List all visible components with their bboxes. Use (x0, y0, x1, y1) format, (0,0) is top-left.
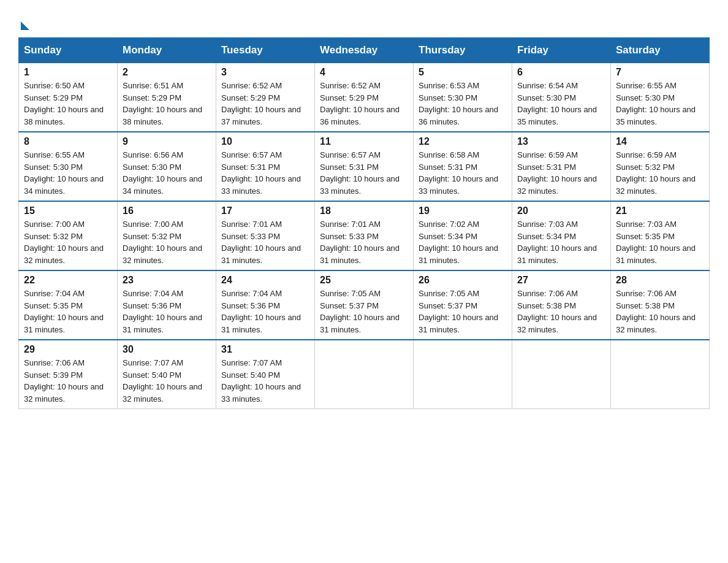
calendar-cell: 4Sunrise: 6:52 AMSunset: 5:29 PMDaylight… (315, 63, 414, 132)
day-info: Sunrise: 7:06 AMSunset: 5:38 PMDaylight:… (616, 288, 704, 335)
day-number: 20 (517, 205, 605, 216)
day-number: 13 (517, 136, 605, 147)
calendar-cell: 3Sunrise: 6:52 AMSunset: 5:29 PMDaylight… (216, 63, 315, 132)
calendar-cell (414, 340, 512, 409)
day-number: 24 (221, 275, 309, 286)
day-header-tuesday: Tuesday (216, 38, 315, 63)
calendar-week-row: 29Sunrise: 7:06 AMSunset: 5:39 PMDayligh… (19, 340, 710, 409)
calendar-cell: 31Sunrise: 7:07 AMSunset: 5:40 PMDayligh… (216, 340, 315, 409)
day-info: Sunrise: 6:52 AMSunset: 5:29 PMDaylight:… (221, 80, 309, 128)
day-number: 19 (419, 205, 507, 216)
day-number: 31 (221, 344, 309, 355)
day-info: Sunrise: 6:59 AMSunset: 5:32 PMDaylight:… (616, 149, 704, 197)
day-number: 22 (24, 275, 112, 286)
day-info: Sunrise: 6:50 AMSunset: 5:29 PMDaylight:… (24, 80, 112, 128)
day-number: 10 (221, 136, 309, 147)
calendar-week-row: 8Sunrise: 6:55 AMSunset: 5:30 PMDaylight… (19, 132, 710, 201)
calendar-cell: 12Sunrise: 6:58 AMSunset: 5:31 PMDayligh… (414, 132, 512, 201)
calendar-cell: 5Sunrise: 6:53 AMSunset: 5:30 PMDaylight… (414, 63, 512, 132)
calendar-table: SundayMondayTuesdayWednesdayThursdayFrid… (18, 37, 710, 409)
day-info: Sunrise: 7:00 AMSunset: 5:32 PMDaylight:… (24, 218, 112, 266)
calendar-week-row: 1Sunrise: 6:50 AMSunset: 5:29 PMDaylight… (19, 63, 710, 132)
calendar-cell: 14Sunrise: 6:59 AMSunset: 5:32 PMDayligh… (611, 132, 710, 201)
day-header-wednesday: Wednesday (315, 38, 414, 63)
day-info: Sunrise: 6:58 AMSunset: 5:31 PMDaylight:… (419, 149, 507, 197)
day-number: 9 (123, 136, 211, 147)
day-number: 16 (123, 205, 211, 216)
calendar-cell: 28Sunrise: 7:06 AMSunset: 5:38 PMDayligh… (611, 270, 710, 340)
calendar-cell: 18Sunrise: 7:01 AMSunset: 5:33 PMDayligh… (315, 201, 414, 270)
calendar-cell: 19Sunrise: 7:02 AMSunset: 5:34 PMDayligh… (414, 201, 512, 270)
day-number: 8 (24, 136, 112, 147)
calendar-cell: 24Sunrise: 7:04 AMSunset: 5:36 PMDayligh… (216, 270, 315, 340)
day-info: Sunrise: 7:05 AMSunset: 5:37 PMDaylight:… (419, 288, 507, 335)
calendar-cell: 26Sunrise: 7:05 AMSunset: 5:37 PMDayligh… (414, 270, 512, 340)
calendar-cell: 10Sunrise: 6:57 AMSunset: 5:31 PMDayligh… (216, 132, 315, 201)
day-header-thursday: Thursday (414, 38, 512, 63)
day-number: 27 (517, 275, 605, 286)
calendar-cell: 2Sunrise: 6:51 AMSunset: 5:29 PMDaylight… (118, 63, 216, 132)
calendar-cell: 21Sunrise: 7:03 AMSunset: 5:35 PMDayligh… (611, 201, 710, 270)
day-header-monday: Monday (118, 38, 216, 63)
day-number: 11 (320, 136, 408, 147)
calendar-week-row: 22Sunrise: 7:04 AMSunset: 5:35 PMDayligh… (19, 270, 710, 340)
day-number: 14 (616, 136, 704, 147)
day-number: 18 (320, 205, 408, 216)
calendar-cell: 9Sunrise: 6:56 AMSunset: 5:30 PMDaylight… (118, 132, 216, 201)
day-number: 6 (517, 67, 605, 78)
calendar-cell: 7Sunrise: 6:55 AMSunset: 5:30 PMDaylight… (611, 63, 710, 132)
day-info: Sunrise: 6:56 AMSunset: 5:30 PMDaylight:… (123, 149, 211, 197)
calendar-cell: 27Sunrise: 7:06 AMSunset: 5:38 PMDayligh… (512, 270, 611, 340)
calendar-cell: 25Sunrise: 7:05 AMSunset: 5:37 PMDayligh… (315, 270, 414, 340)
day-info: Sunrise: 7:05 AMSunset: 5:37 PMDaylight:… (320, 288, 408, 335)
day-header-sunday: Sunday (19, 38, 118, 63)
day-number: 15 (24, 205, 112, 216)
day-info: Sunrise: 7:02 AMSunset: 5:34 PMDaylight:… (419, 218, 507, 266)
calendar-cell: 1Sunrise: 6:50 AMSunset: 5:29 PMDaylight… (19, 63, 118, 132)
calendar-header-row: SundayMondayTuesdayWednesdayThursdayFrid… (19, 38, 710, 63)
day-number: 29 (24, 344, 112, 355)
calendar-cell: 23Sunrise: 7:04 AMSunset: 5:36 PMDayligh… (118, 270, 216, 340)
day-info: Sunrise: 6:51 AMSunset: 5:29 PMDaylight:… (123, 80, 211, 128)
day-info: Sunrise: 6:57 AMSunset: 5:31 PMDaylight:… (221, 149, 309, 197)
page-header (18, 12, 710, 28)
calendar-cell: 6Sunrise: 6:54 AMSunset: 5:30 PMDaylight… (512, 63, 611, 132)
day-info: Sunrise: 7:07 AMSunset: 5:40 PMDaylight:… (221, 357, 309, 405)
calendar-cell: 29Sunrise: 7:06 AMSunset: 5:39 PMDayligh… (19, 340, 118, 409)
day-number: 17 (221, 205, 309, 216)
day-info: Sunrise: 6:54 AMSunset: 5:30 PMDaylight:… (517, 80, 605, 128)
day-number: 28 (616, 275, 704, 286)
day-number: 4 (320, 67, 408, 78)
calendar-cell: 22Sunrise: 7:04 AMSunset: 5:35 PMDayligh… (19, 270, 118, 340)
day-number: 2 (123, 67, 211, 78)
logo-arrow-icon (21, 21, 29, 30)
day-header-friday: Friday (512, 38, 611, 63)
calendar-cell (611, 340, 710, 409)
day-info: Sunrise: 6:52 AMSunset: 5:29 PMDaylight:… (320, 80, 408, 128)
calendar-week-row: 15Sunrise: 7:00 AMSunset: 5:32 PMDayligh… (19, 201, 710, 270)
day-info: Sunrise: 7:00 AMSunset: 5:32 PMDaylight:… (123, 218, 211, 266)
day-info: Sunrise: 7:03 AMSunset: 5:35 PMDaylight:… (616, 218, 704, 266)
calendar-cell: 20Sunrise: 7:03 AMSunset: 5:34 PMDayligh… (512, 201, 611, 270)
calendar-cell: 11Sunrise: 6:57 AMSunset: 5:31 PMDayligh… (315, 132, 414, 201)
day-info: Sunrise: 7:01 AMSunset: 5:33 PMDaylight:… (221, 218, 309, 266)
day-number: 30 (123, 344, 211, 355)
day-info: Sunrise: 7:04 AMSunset: 5:36 PMDaylight:… (221, 288, 309, 335)
day-info: Sunrise: 7:06 AMSunset: 5:38 PMDaylight:… (517, 288, 605, 335)
day-number: 21 (616, 205, 704, 216)
calendar-cell: 13Sunrise: 6:59 AMSunset: 5:31 PMDayligh… (512, 132, 611, 201)
calendar-cell: 16Sunrise: 7:00 AMSunset: 5:32 PMDayligh… (118, 201, 216, 270)
day-number: 26 (419, 275, 507, 286)
day-info: Sunrise: 7:07 AMSunset: 5:40 PMDaylight:… (123, 357, 211, 405)
day-number: 5 (419, 67, 507, 78)
day-info: Sunrise: 7:03 AMSunset: 5:34 PMDaylight:… (517, 218, 605, 266)
calendar-cell: 8Sunrise: 6:55 AMSunset: 5:30 PMDaylight… (19, 132, 118, 201)
calendar-cell: 15Sunrise: 7:00 AMSunset: 5:32 PMDayligh… (19, 201, 118, 270)
day-number: 12 (419, 136, 507, 147)
day-info: Sunrise: 6:57 AMSunset: 5:31 PMDaylight:… (320, 149, 408, 197)
day-number: 25 (320, 275, 408, 286)
day-info: Sunrise: 7:04 AMSunset: 5:35 PMDaylight:… (24, 288, 112, 335)
day-info: Sunrise: 6:53 AMSunset: 5:30 PMDaylight:… (419, 80, 507, 128)
day-number: 3 (221, 67, 309, 78)
logo (18, 18, 29, 28)
